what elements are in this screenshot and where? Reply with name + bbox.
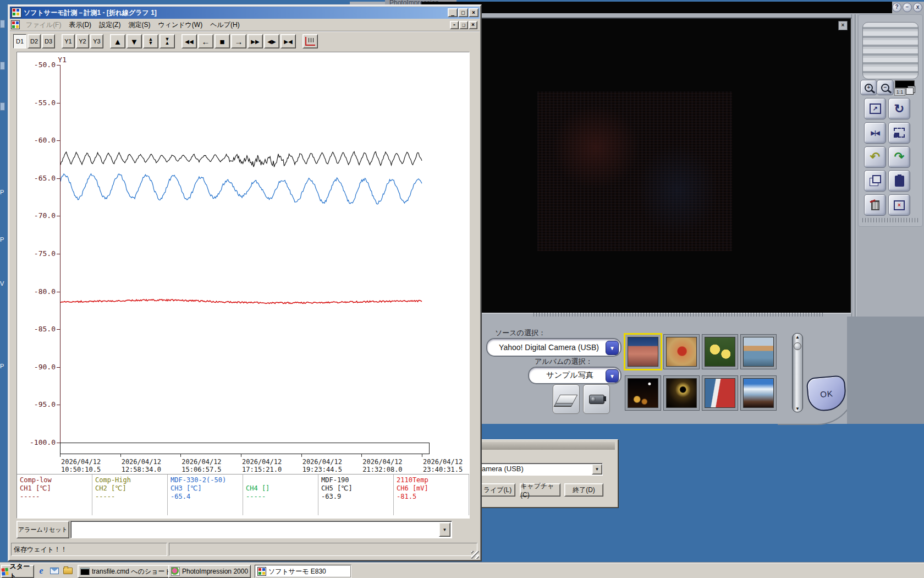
thumbnail-cardinal[interactable] (663, 334, 700, 369)
y-tick-label: -50.0 (21, 61, 56, 69)
jump-start-button[interactable]: ◀◀ (182, 34, 197, 48)
menu-window[interactable]: ウィンドウ(W) (154, 19, 206, 31)
zoom-out-button[interactable]: − (877, 80, 894, 95)
remove-button[interactable]: × (888, 194, 910, 216)
thumbnail-lighthouse[interactable] (702, 375, 738, 411)
paste-button[interactable] (888, 170, 910, 192)
chevron-down-icon[interactable]: ▼ (439, 522, 450, 537)
quicklaunch-outlook-express[interactable] (50, 566, 59, 576)
chevron-down-icon[interactable]: ▼ (606, 341, 619, 355)
trace-CH6 2110Temp (61, 299, 422, 304)
scanner-source-button[interactable] (553, 384, 580, 414)
y-tick-label: -95.0 (21, 400, 56, 408)
undo-button[interactable]: ↶ (864, 146, 886, 168)
toolbar-y1-button[interactable]: Y1 (62, 34, 75, 48)
x-tick-time: 19:23:44.5 (302, 466, 342, 473)
toolbar-d3-button[interactable]: D3 (42, 34, 55, 48)
help-button[interactable]: ? (892, 3, 901, 12)
chevron-down-icon[interactable]: ▼ (592, 464, 602, 475)
compress-horizontal-button[interactable]: ▶◀ (280, 34, 296, 48)
y-tick-mark (57, 405, 60, 405)
menu-help[interactable]: ヘルプ(H) (206, 19, 244, 31)
source-select-dropdown[interactable]: Yahoo! Digital Camera (USB) ▼ (486, 338, 622, 357)
quicklaunch-internet-explorer[interactable]: e (36, 566, 46, 576)
start-button[interactable]: スタート (1, 565, 34, 578)
thumbnail-night-city[interactable] (625, 375, 661, 411)
expand-vertical-button[interactable]: ▲ ▼ (143, 34, 158, 48)
close-button[interactable]: × (469, 8, 479, 17)
legend-channel: Comp-lowCH1 [℃]----- (17, 475, 92, 515)
thumbnail-scrollbar[interactable]: ▲ ▼ (792, 333, 803, 412)
y-tick-mark (57, 140, 60, 141)
source-select-label: ソースの選択： (495, 328, 546, 338)
toolbar-y2-button[interactable]: Y2 (76, 34, 89, 48)
close-button[interactable]: x (913, 3, 922, 12)
stop-button[interactable]: ■ (215, 34, 230, 48)
minimize-button[interactable]: − (903, 3, 912, 12)
flip-button[interactable]: ▶|◀ (864, 122, 886, 144)
toolbar-d2-button[interactable]: D2 (28, 34, 41, 48)
crop-button[interactable] (888, 122, 910, 144)
menu-measure[interactable]: 測定(S) (124, 19, 154, 31)
redo-button[interactable]: ↷ (888, 146, 910, 168)
actual-size-button[interactable]: 1:1 (894, 88, 905, 96)
maximize-button[interactable]: □ (458, 8, 468, 17)
resize-grip[interactable] (471, 551, 479, 559)
camera-source-button[interactable] (583, 384, 610, 414)
thumbnail-light-spiral[interactable] (663, 375, 700, 411)
toolbar-d1-button[interactable]: D1 (13, 34, 26, 48)
expand-horizontal-button[interactable]: ◀▶ (264, 34, 279, 48)
channel-legend: Comp-lowCH1 [℃]-----Comp-HighCH2 [℃]----… (17, 474, 469, 515)
close-photo-icon[interactable]: × (838, 21, 848, 30)
dialog-button-0[interactable]: ライブ(L) (480, 483, 515, 497)
dialog-button-2[interactable]: 終了(D) (564, 483, 603, 497)
zoom-in-button[interactable]: + (860, 80, 877, 95)
delete-button[interactable] (864, 194, 886, 216)
quicklaunch-folder[interactable] (63, 566, 73, 576)
scroll-down-button[interactable]: ▼ (127, 34, 142, 48)
thumbnail-red-rocks[interactable] (624, 333, 662, 370)
album-select-dropdown[interactable]: サンプル写真 ▼ (528, 367, 622, 384)
step-right-button[interactable]: → (231, 34, 246, 48)
scroll-down-icon[interactable]: ▼ (793, 406, 802, 411)
child-restore-button[interactable]: ❑ (459, 21, 468, 29)
chevron-down-icon[interactable]: ▼ (606, 369, 619, 383)
menu-view[interactable]: 表示(D) (65, 19, 95, 31)
compress-vertical-button[interactable]: ▼ ▲ (160, 34, 175, 48)
channel-name: Comp-High (95, 476, 167, 484)
minimize-button[interactable]: _ (448, 8, 458, 17)
scrollbar-knob[interactable] (794, 342, 801, 350)
dialog-button-1[interactable]: キャプチャ(C) (520, 483, 560, 497)
child-minimize-button[interactable]: - (450, 21, 459, 29)
source-select-value: Yahoo! Digital Camera (USB) (499, 343, 599, 352)
scroll-up-button[interactable]: ▲ (110, 34, 125, 48)
menu-settings[interactable]: 設定(Z) (95, 19, 124, 31)
menu-file[interactable]: ファイル(F) (22, 19, 65, 31)
child-close-button[interactable]: × (469, 21, 477, 29)
camera-device-dropdown[interactable]: amera (USB) (480, 463, 603, 476)
scale-settings-button[interactable] (302, 34, 318, 48)
taskbar-task-2[interactable]: ソフトサーモ E830 (255, 565, 351, 578)
jump-end-button[interactable]: ▶▶ (248, 34, 263, 48)
scroll-up-icon[interactable]: ▲ (793, 334, 802, 341)
step-left-button[interactable]: ← (198, 34, 213, 48)
titlebar[interactable]: ソフトサーモ計測－計測1 - [折れ線グラフ 1] _□× (10, 7, 480, 19)
copy-button[interactable] (864, 170, 886, 192)
fit-window-icon[interactable] (906, 88, 914, 95)
rotate-button[interactable]: ↻ (888, 98, 910, 119)
thumbnail-clouds[interactable] (740, 375, 777, 411)
thumbnail-harbor[interactable] (740, 334, 777, 369)
toolbar-y3-button[interactable]: Y3 (90, 34, 103, 48)
taskbar-task-0[interactable]: transfile.cmd へのショート... (78, 565, 171, 578)
thumbnail-yellow-flowers[interactable] (702, 334, 738, 369)
x-tick-date: 2026/04/12 (61, 458, 101, 466)
time-range-box[interactable] (60, 443, 430, 454)
undo-icon: ↶ (870, 150, 880, 164)
taskbar-task-1[interactable]: PhotoImpression 2000 (168, 565, 251, 578)
alarm-message-dropdown[interactable]: ▼ (70, 521, 452, 538)
thumbnail-image (666, 337, 697, 367)
alarm-reset-button[interactable]: アラームリセット (16, 521, 69, 538)
status-spare (169, 543, 477, 556)
legend-channel: CH4 []----- (243, 475, 318, 515)
resize-button[interactable]: ↗ (864, 98, 886, 119)
